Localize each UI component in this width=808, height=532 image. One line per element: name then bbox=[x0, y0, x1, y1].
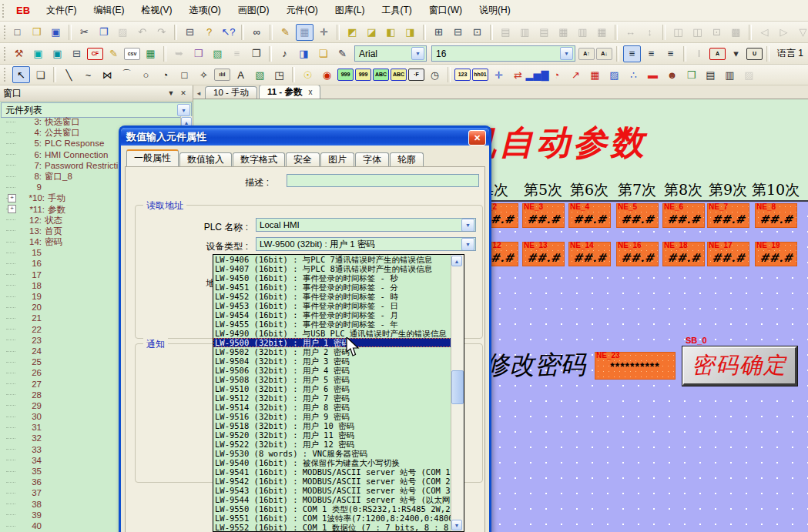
compile-icon[interactable]: ⚒ bbox=[10, 45, 28, 62]
dropdown-item[interactable]: LW-9520 (32bit) : 用户 11 密码 bbox=[213, 430, 453, 440]
window-properties-icon[interactable]: ❏ bbox=[32, 66, 49, 83]
numeric-display-object[interactable]: NE_7##.# bbox=[707, 203, 749, 228]
dropdown-item[interactable]: LW-9516 (32bit) : 用户 9 密码 bbox=[213, 412, 453, 421]
menu-item[interactable]: 选项(O) bbox=[180, 2, 229, 19]
canvas-column-header[interactable]: 第9次 bbox=[709, 180, 747, 200]
numeric-display-object[interactable]: NE_16##.# bbox=[616, 242, 659, 266]
password-confirm-button[interactable]: 密码确定 bbox=[682, 346, 797, 386]
dialog-title-bar[interactable]: 数值输入元件属性 bbox=[121, 128, 489, 146]
tool-pie-icon[interactable]: ◔ bbox=[156, 66, 174, 83]
dropdown-item[interactable]: LW-9500 (32bit) : 用户 1 密码 bbox=[213, 338, 453, 347]
canvas-column-header[interactable]: 第8次 bbox=[664, 180, 702, 200]
toolbar-grip[interactable] bbox=[4, 25, 5, 39]
font-color-dropdown-icon[interactable]: ▾ bbox=[727, 45, 745, 62]
window-next-icon[interactable]: ⊡ bbox=[468, 24, 486, 41]
cf-card-icon[interactable]: CF bbox=[87, 48, 103, 60]
chevron-down-icon[interactable]: ▼ bbox=[411, 47, 424, 60]
dropdown-item[interactable]: LW-9544 (16bit) : MODBUS/ASCII server 站号… bbox=[213, 495, 453, 504]
menu-item[interactable]: 文件(F) bbox=[38, 2, 85, 19]
tool-polygon-icon[interactable]: ✧ bbox=[195, 66, 213, 83]
dropdown-item[interactable]: LW-9502 (32bit) : 用户 2 密码 bbox=[213, 347, 453, 356]
dropdown-item[interactable]: LW-9490 (16bit) : 与USB PLC 通讯错误时产生的错误信息 bbox=[213, 329, 453, 338]
bit-lamp-icon[interactable]: ☉ bbox=[299, 66, 317, 83]
event-display-icon[interactable]: ▤ bbox=[702, 66, 719, 83]
send-to-back-icon[interactable]: ◪ bbox=[363, 24, 381, 41]
dialog-tab[interactable]: 一般属性 bbox=[126, 149, 179, 166]
numeric-display-object[interactable]: NE_5##.# bbox=[616, 203, 659, 228]
dropdown-item[interactable]: LW-9541 (16bit) : MODBUS/ASCII server 站号… bbox=[213, 467, 453, 477]
dialog-close-button[interactable]: ✕ bbox=[468, 130, 486, 146]
tool-frame-icon[interactable]: ◳ bbox=[270, 66, 288, 83]
history-table-icon[interactable]: ▦ bbox=[586, 66, 604, 83]
text-align-right-icon[interactable]: ≡ bbox=[662, 45, 679, 62]
panel-close-icon[interactable]: ✕ bbox=[177, 88, 189, 99]
underline-icon[interactable]: U bbox=[746, 48, 763, 60]
tool-bezier-icon[interactable]: ~ bbox=[79, 66, 97, 83]
function-key-icon[interactable]: ·F bbox=[408, 69, 424, 81]
toggle-clock-icon[interactable]: ◷ bbox=[426, 66, 444, 83]
ascii-input-icon[interactable]: ABC bbox=[391, 69, 407, 81]
font-enlarge-icon[interactable]: A↑ bbox=[578, 48, 595, 60]
numeric-display-icon[interactable]: 999 bbox=[337, 69, 354, 81]
expand-icon[interactable]: + bbox=[8, 205, 16, 213]
scroll-thumb[interactable] bbox=[451, 370, 464, 404]
device-type-combo[interactable]: LW-9500 (32bit) : 用户 1 密码 ▼ bbox=[256, 237, 476, 251]
dropdown-item[interactable]: LW-9504 (32bit) : 用户 3 密码 bbox=[213, 356, 453, 366]
group-library-icon[interactable]: ❐ bbox=[247, 45, 265, 62]
numeric-keypad-icon[interactable]: 123 bbox=[454, 69, 471, 81]
dialog-tab[interactable]: 图片 bbox=[320, 152, 354, 166]
window-prev-icon[interactable]: ⊟ bbox=[449, 24, 467, 41]
numeric-display-object[interactable]: NE_4##.# bbox=[568, 203, 611, 228]
numeric-display-object[interactable]: NE_13##.# bbox=[522, 242, 565, 266]
numeric-display-object[interactable]: NE_19##.# bbox=[755, 242, 797, 266]
dropdown-item[interactable]: LW-9551 (16bit) : COM 1波特率(7:1200,8:2400… bbox=[213, 514, 453, 523]
canvas-column-header[interactable]: 第6次 bbox=[570, 180, 609, 200]
scroll-up-icon[interactable]: ▲ bbox=[451, 256, 462, 266]
toolbar-grip[interactable] bbox=[4, 47, 7, 61]
canvas-tab[interactable]: 11 - 参数x bbox=[259, 85, 320, 99]
tool-scale-icon[interactable]: ılıl bbox=[214, 69, 230, 81]
scatter-plot-icon[interactable]: ∴ bbox=[625, 66, 642, 83]
picture-manager-icon[interactable]: ▧ bbox=[209, 45, 226, 62]
window-insert-icon[interactable]: ⊞ bbox=[430, 24, 448, 41]
font-size-combo[interactable]: 16▼ bbox=[431, 45, 575, 62]
menu-item[interactable]: 工具(T) bbox=[373, 2, 420, 19]
numeric-display-object[interactable]: NE_14##.# bbox=[568, 242, 611, 266]
canvas-tab[interactable]: 10 - 手动 bbox=[205, 86, 257, 99]
snap-icon[interactable]: ✛ bbox=[315, 24, 333, 41]
dropdown-item[interactable]: LW-9514 (32bit) : 用户 8 密码 bbox=[213, 403, 453, 412]
bar-graph-icon[interactable]: ▂▅▇ bbox=[528, 66, 546, 83]
numeric-input-icon[interactable]: 999 bbox=[355, 69, 371, 81]
expand-icon[interactable]: + bbox=[8, 194, 16, 202]
move-forward-icon[interactable]: ◧ bbox=[382, 24, 400, 41]
text-align-left-icon[interactable]: ≡ bbox=[623, 45, 641, 62]
download-icon[interactable]: ⊟ bbox=[68, 45, 85, 62]
password-input-object[interactable]: NE_23 ********** bbox=[595, 352, 676, 380]
word-lamp-icon[interactable]: ◉ bbox=[318, 66, 336, 83]
dropdown-item[interactable]: LW-9407 (16bit) : 与PLC 8通讯错误时产生的错误信息 bbox=[213, 264, 453, 273]
save-icon[interactable]: ▣ bbox=[47, 24, 65, 41]
plc-name-combo[interactable]: Local HMI ▼ bbox=[256, 218, 476, 232]
canvas-column-header[interactable]: 第5次 bbox=[524, 180, 562, 200]
canvas-password-label[interactable]: 修改密码 bbox=[484, 348, 585, 383]
panel-menu-icon[interactable]: ▼ bbox=[165, 88, 177, 99]
data-transfer-icon[interactable]: ⇄ bbox=[509, 66, 527, 83]
dialog-tab[interactable]: 轮廓 bbox=[390, 152, 424, 166]
move-shape-icon[interactable]: ✛ bbox=[490, 66, 508, 83]
numeric-display-object[interactable]: NE_8##.# bbox=[755, 203, 797, 228]
dropdown-scrollbar[interactable]: ▲ ▼ bbox=[451, 255, 464, 531]
numeric-display-object[interactable]: NE_3##.# bbox=[522, 203, 565, 228]
tool-arc-icon[interactable]: ⌒ bbox=[118, 66, 136, 83]
dropdown-item[interactable]: LW-9550 (16bit) : COM 1 类型(0:RS232,1:RS4… bbox=[213, 504, 453, 514]
font-family-combo[interactable]: Arial▼ bbox=[354, 45, 427, 62]
schedule-tool-icon[interactable]: ▥ bbox=[721, 66, 739, 83]
sound-library-icon[interactable]: ♪ bbox=[276, 45, 293, 62]
tool-text-icon[interactable]: A bbox=[232, 66, 250, 83]
font-color-icon[interactable]: A bbox=[709, 48, 726, 60]
tab-scroll-left-icon[interactable]: ◂ bbox=[193, 87, 205, 99]
dialog-tab[interactable]: 数值输入 bbox=[179, 152, 232, 166]
menu-item[interactable]: 窗口(W) bbox=[421, 2, 471, 19]
dropdown-item[interactable]: LW-9454 (16bit) : 事件登录的时间标签 - 月 bbox=[213, 310, 453, 320]
grid-icon[interactable]: ▦ bbox=[296, 24, 313, 41]
menu-item[interactable]: 元件(O) bbox=[277, 2, 326, 19]
